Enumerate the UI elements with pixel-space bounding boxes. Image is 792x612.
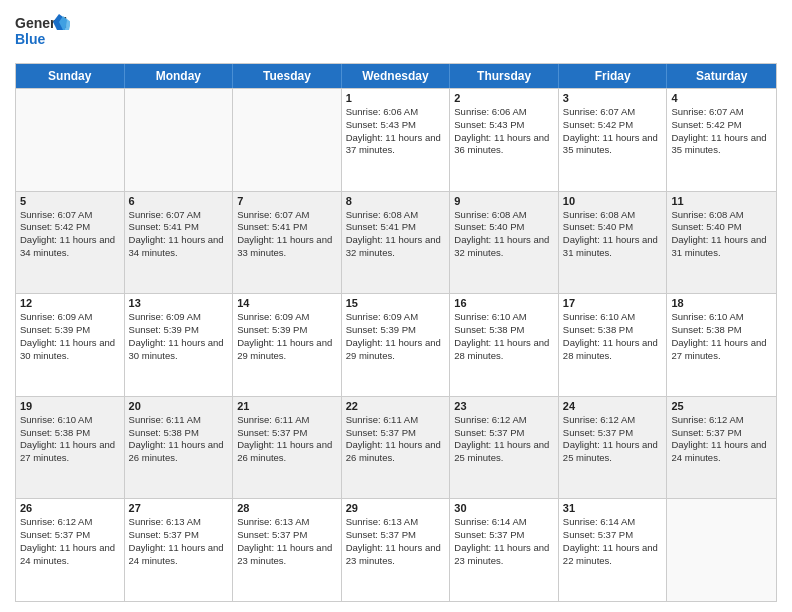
day-cell-16: 16 Sunrise: 6:10 AM Sunset: 5:38 PM Dayl… (450, 294, 559, 396)
daylight: Daylight: 11 hours and 26 minutes. (346, 439, 446, 465)
sunrise: Sunrise: 6:10 AM (563, 311, 663, 324)
day-number: 11 (671, 195, 772, 207)
daylight: Daylight: 11 hours and 28 minutes. (563, 337, 663, 363)
sunset: Sunset: 5:42 PM (563, 119, 663, 132)
day-number: 14 (237, 297, 337, 309)
svg-text:Blue: Blue (15, 31, 46, 47)
sunset: Sunset: 5:38 PM (671, 324, 772, 337)
daylight: Daylight: 11 hours and 24 minutes. (20, 542, 120, 568)
sunrise: Sunrise: 6:07 AM (129, 209, 229, 222)
day-number: 23 (454, 400, 554, 412)
daylight: Daylight: 11 hours and 26 minutes. (237, 439, 337, 465)
sunrise: Sunrise: 6:08 AM (563, 209, 663, 222)
sunset: Sunset: 5:37 PM (346, 529, 446, 542)
day-cell-26: 26 Sunrise: 6:12 AM Sunset: 5:37 PM Dayl… (16, 499, 125, 601)
sunset: Sunset: 5:37 PM (20, 529, 120, 542)
day-cell-24: 24 Sunrise: 6:12 AM Sunset: 5:37 PM Dayl… (559, 397, 668, 499)
daylight: Daylight: 11 hours and 35 minutes. (563, 132, 663, 158)
sunset: Sunset: 5:37 PM (346, 427, 446, 440)
day-number: 9 (454, 195, 554, 207)
day-cell-11: 11 Sunrise: 6:08 AM Sunset: 5:40 PM Dayl… (667, 192, 776, 294)
day-cell-20: 20 Sunrise: 6:11 AM Sunset: 5:38 PM Dayl… (125, 397, 234, 499)
daylight: Daylight: 11 hours and 31 minutes. (563, 234, 663, 260)
sunset: Sunset: 5:37 PM (454, 529, 554, 542)
sunrise: Sunrise: 6:08 AM (346, 209, 446, 222)
day-number: 13 (129, 297, 229, 309)
daylight: Daylight: 11 hours and 34 minutes. (129, 234, 229, 260)
day-cell-2: 2 Sunrise: 6:06 AM Sunset: 5:43 PM Dayli… (450, 89, 559, 191)
calendar-header: SundayMondayTuesdayWednesdayThursdayFrid… (16, 64, 776, 88)
header: General Blue (15, 10, 777, 55)
daylight: Daylight: 11 hours and 23 minutes. (346, 542, 446, 568)
sunrise: Sunrise: 6:12 AM (563, 414, 663, 427)
sunset: Sunset: 5:40 PM (454, 221, 554, 234)
day-number: 19 (20, 400, 120, 412)
day-number: 20 (129, 400, 229, 412)
empty-cell (667, 499, 776, 601)
daylight: Daylight: 11 hours and 27 minutes. (671, 337, 772, 363)
day-cell-29: 29 Sunrise: 6:13 AM Sunset: 5:37 PM Dayl… (342, 499, 451, 601)
daylight: Daylight: 11 hours and 23 minutes. (237, 542, 337, 568)
day-cell-21: 21 Sunrise: 6:11 AM Sunset: 5:37 PM Dayl… (233, 397, 342, 499)
empty-cell (16, 89, 125, 191)
header-day-friday: Friday (559, 64, 668, 88)
calendar-body: 1 Sunrise: 6:06 AM Sunset: 5:43 PM Dayli… (16, 88, 776, 601)
header-day-wednesday: Wednesday (342, 64, 451, 88)
daylight: Daylight: 11 hours and 29 minutes. (237, 337, 337, 363)
day-number: 29 (346, 502, 446, 514)
sunrise: Sunrise: 6:12 AM (454, 414, 554, 427)
sunset: Sunset: 5:40 PM (671, 221, 772, 234)
calendar-row-1: 5 Sunrise: 6:07 AM Sunset: 5:42 PM Dayli… (16, 191, 776, 294)
day-number: 24 (563, 400, 663, 412)
calendar-row-0: 1 Sunrise: 6:06 AM Sunset: 5:43 PM Dayli… (16, 88, 776, 191)
day-number: 15 (346, 297, 446, 309)
daylight: Daylight: 11 hours and 23 minutes. (454, 542, 554, 568)
daylight: Daylight: 11 hours and 27 minutes. (20, 439, 120, 465)
day-cell-8: 8 Sunrise: 6:08 AM Sunset: 5:41 PM Dayli… (342, 192, 451, 294)
daylight: Daylight: 11 hours and 29 minutes. (346, 337, 446, 363)
day-cell-6: 6 Sunrise: 6:07 AM Sunset: 5:41 PM Dayli… (125, 192, 234, 294)
sunset: Sunset: 5:40 PM (563, 221, 663, 234)
day-cell-25: 25 Sunrise: 6:12 AM Sunset: 5:37 PM Dayl… (667, 397, 776, 499)
day-number: 18 (671, 297, 772, 309)
sunrise: Sunrise: 6:09 AM (346, 311, 446, 324)
daylight: Daylight: 11 hours and 35 minutes. (671, 132, 772, 158)
day-number: 7 (237, 195, 337, 207)
day-cell-9: 9 Sunrise: 6:08 AM Sunset: 5:40 PM Dayli… (450, 192, 559, 294)
day-cell-22: 22 Sunrise: 6:11 AM Sunset: 5:37 PM Dayl… (342, 397, 451, 499)
day-number: 2 (454, 92, 554, 104)
sunrise: Sunrise: 6:08 AM (454, 209, 554, 222)
sunrise: Sunrise: 6:12 AM (671, 414, 772, 427)
day-cell-10: 10 Sunrise: 6:08 AM Sunset: 5:40 PM Dayl… (559, 192, 668, 294)
day-cell-15: 15 Sunrise: 6:09 AM Sunset: 5:39 PM Dayl… (342, 294, 451, 396)
sunset: Sunset: 5:42 PM (671, 119, 772, 132)
daylight: Daylight: 11 hours and 32 minutes. (346, 234, 446, 260)
sunset: Sunset: 5:39 PM (20, 324, 120, 337)
daylight: Daylight: 11 hours and 37 minutes. (346, 132, 446, 158)
sunrise: Sunrise: 6:10 AM (671, 311, 772, 324)
header-day-tuesday: Tuesday (233, 64, 342, 88)
day-number: 27 (129, 502, 229, 514)
sunset: Sunset: 5:37 PM (237, 427, 337, 440)
sunset: Sunset: 5:37 PM (563, 427, 663, 440)
sunset: Sunset: 5:38 PM (20, 427, 120, 440)
day-number: 17 (563, 297, 663, 309)
day-number: 21 (237, 400, 337, 412)
sunrise: Sunrise: 6:14 AM (454, 516, 554, 529)
sunset: Sunset: 5:43 PM (454, 119, 554, 132)
daylight: Daylight: 11 hours and 22 minutes. (563, 542, 663, 568)
sunrise: Sunrise: 6:10 AM (20, 414, 120, 427)
day-cell-4: 4 Sunrise: 6:07 AM Sunset: 5:42 PM Dayli… (667, 89, 776, 191)
day-cell-3: 3 Sunrise: 6:07 AM Sunset: 5:42 PM Dayli… (559, 89, 668, 191)
day-number: 6 (129, 195, 229, 207)
header-day-thursday: Thursday (450, 64, 559, 88)
sunrise: Sunrise: 6:13 AM (346, 516, 446, 529)
sunset: Sunset: 5:37 PM (454, 427, 554, 440)
day-cell-18: 18 Sunrise: 6:10 AM Sunset: 5:38 PM Dayl… (667, 294, 776, 396)
sunrise: Sunrise: 6:13 AM (237, 516, 337, 529)
empty-cell (233, 89, 342, 191)
daylight: Daylight: 11 hours and 24 minutes. (129, 542, 229, 568)
day-cell-30: 30 Sunrise: 6:14 AM Sunset: 5:37 PM Dayl… (450, 499, 559, 601)
calendar-row-2: 12 Sunrise: 6:09 AM Sunset: 5:39 PM Dayl… (16, 293, 776, 396)
daylight: Daylight: 11 hours and 25 minutes. (454, 439, 554, 465)
